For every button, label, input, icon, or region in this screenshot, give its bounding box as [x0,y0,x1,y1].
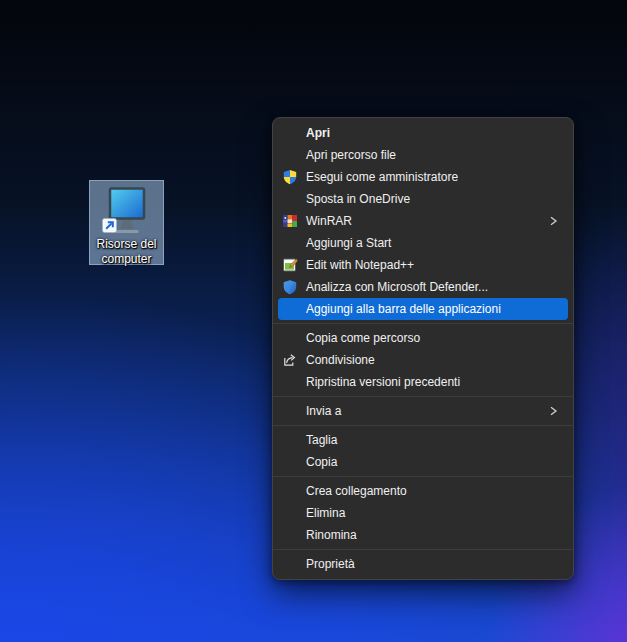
menu-item-esegui-come-amministratore[interactable]: Esegui come amministratore [278,166,568,188]
menu-item-label: Ripristina versioni precedenti [306,375,460,389]
menu-item-label: Taglia [306,433,337,447]
menu-item-propriet[interactable]: Proprietà [278,553,568,575]
notepadpp-icon [282,257,298,273]
menu-item-ripristina-versioni-precedenti[interactable]: Ripristina versioni precedenti [278,371,568,393]
menu-item-crea-collegamento[interactable]: Crea collegamento [278,480,568,502]
menu-item-label: Copia come percorso [306,331,420,345]
menu-item-label: Aggiungi a Start [306,236,391,250]
desktop: { "desktop_icon": { "label_line1": "Riso… [0,0,627,642]
menu-separator [273,549,573,550]
menu-item-label: Proprietà [306,557,355,571]
winrar-icon [282,213,298,229]
menu-item-label: Rinomina [306,528,357,542]
menu-item-sposta-in-onedrive[interactable]: Sposta in OneDrive [278,188,568,210]
menu-item-apri-percorso-file[interactable]: Apri percorso file [278,144,568,166]
menu-separator [273,396,573,397]
menu-separator [273,476,573,477]
menu-item-elimina[interactable]: Elimina [278,502,568,524]
menu-item-label: Crea collegamento [306,484,407,498]
uac-shield-icon [282,169,298,185]
menu-item-copia[interactable]: Copia [278,451,568,473]
menu-item-label: Sposta in OneDrive [306,192,410,206]
menu-item-label: Esegui come amministratore [306,170,458,184]
menu-item-winrar[interactable]: WinRAR [278,210,568,232]
menu-item-label: Condivisione [306,353,375,367]
defender-icon [282,279,298,295]
menu-item-label: Analizza con Microsoft Defender... [306,280,488,294]
menu-item-rinomina[interactable]: Rinomina [278,524,568,546]
menu-item-invia-a[interactable]: Invia a [278,400,568,422]
menu-item-label: Apri [306,126,330,140]
menu-item-edit-with-notepad[interactable]: Edit with Notepad++ [278,254,568,276]
menu-item-analizza-con-microsoft-defender[interactable]: Analizza con Microsoft Defender... [278,276,568,298]
menu-item-aggiungi-a-start[interactable]: Aggiungi a Start [278,232,568,254]
desktop-icon-label: Risorse del computer [90,237,163,267]
share-icon [282,352,298,368]
menu-item-copia-come-percorso[interactable]: Copia come percorso [278,327,568,349]
menu-item-taglia[interactable]: Taglia [278,429,568,451]
menu-item-label: Edit with Notepad++ [306,258,414,272]
menu-separator [273,425,573,426]
menu-item-aggiungi-alla-barra-delle-applicazioni[interactable]: Aggiungi alla barra delle applicazioni [278,298,568,320]
shortcut-arrow-icon [102,218,117,233]
menu-item-label: Copia [306,455,337,469]
menu-item-condivisione[interactable]: Condivisione [278,349,568,371]
menu-item-apri[interactable]: Apri [278,122,568,144]
desktop-icon-risorse-del-computer[interactable]: Risorse del computer [89,180,164,265]
menu-item-label: Invia a [306,404,341,418]
menu-item-label: Apri percorso file [306,148,396,162]
menu-separator [273,323,573,324]
menu-item-label: WinRAR [306,214,352,228]
context-menu: ApriApri percorso fileEsegui come ammini… [272,117,574,580]
menu-item-label: Elimina [306,506,345,520]
chevron-right-icon [547,405,559,417]
chevron-right-icon [547,215,559,227]
menu-item-label: Aggiungi alla barra delle applicazioni [306,302,501,316]
